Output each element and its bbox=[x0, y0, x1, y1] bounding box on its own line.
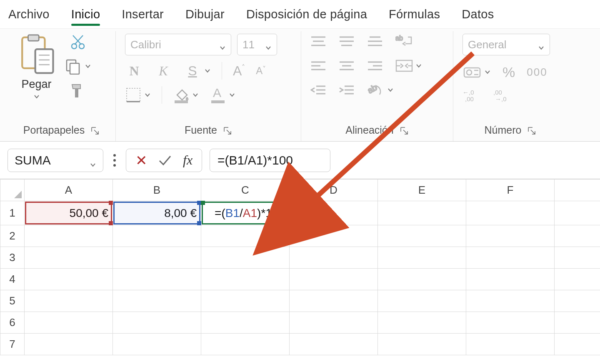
increase-font-button[interactable]: A˄ bbox=[233, 63, 245, 79]
tab-home[interactable]: Inicio bbox=[70, 3, 101, 35]
tab-insert[interactable]: Insertar bbox=[121, 3, 165, 30]
cell[interactable] bbox=[378, 269, 466, 290]
cell-D1[interactable] bbox=[290, 201, 378, 225]
cell[interactable] bbox=[466, 312, 555, 334]
cell-G1[interactable] bbox=[555, 201, 600, 225]
cell[interactable] bbox=[555, 269, 600, 290]
align-center-icon[interactable] bbox=[339, 60, 355, 72]
fill-color-button[interactable] bbox=[173, 87, 199, 103]
cell[interactable] bbox=[113, 269, 201, 290]
cell[interactable] bbox=[290, 290, 378, 312]
align-top-icon[interactable] bbox=[310, 35, 326, 48]
cell[interactable] bbox=[113, 247, 201, 269]
cell[interactable] bbox=[201, 247, 290, 269]
chevron-down-icon[interactable] bbox=[33, 93, 40, 100]
cell[interactable] bbox=[466, 334, 555, 355]
cell[interactable] bbox=[290, 334, 378, 355]
format-painter-icon[interactable] bbox=[70, 82, 86, 99]
cell[interactable] bbox=[201, 290, 290, 312]
cell[interactable] bbox=[25, 290, 113, 312]
dialog-launcher-icon[interactable] bbox=[400, 126, 409, 135]
cell[interactable] bbox=[378, 312, 466, 334]
row-header-4[interactable]: 4 bbox=[0, 269, 25, 290]
copy-button[interactable] bbox=[65, 58, 91, 75]
increase-decimal-button[interactable]: ←,0,00 bbox=[462, 89, 482, 104]
cell[interactable] bbox=[290, 312, 378, 334]
cell[interactable] bbox=[201, 225, 290, 247]
merge-cells-button[interactable] bbox=[395, 58, 422, 74]
align-right-icon[interactable] bbox=[367, 60, 383, 72]
cell[interactable] bbox=[290, 269, 378, 290]
accept-formula-button[interactable] bbox=[158, 153, 172, 167]
cut-icon[interactable] bbox=[70, 34, 86, 50]
font-name-dropdown[interactable]: Calibri bbox=[125, 34, 231, 55]
comma-style-button[interactable]: 000 bbox=[527, 66, 547, 79]
percent-button[interactable]: % bbox=[502, 64, 515, 80]
tab-draw[interactable]: Dibujar bbox=[185, 3, 225, 30]
increase-indent-icon[interactable] bbox=[339, 84, 355, 96]
cell[interactable] bbox=[201, 312, 290, 334]
cell[interactable] bbox=[25, 269, 113, 290]
cell-A1[interactable]: 50,00 € bbox=[25, 201, 113, 225]
select-all-corner[interactable] bbox=[0, 180, 25, 201]
cell-B1[interactable]: 8,00 € bbox=[113, 201, 201, 225]
cell[interactable] bbox=[25, 247, 113, 269]
decrease-font-button[interactable]: A˅ bbox=[256, 65, 266, 77]
cell[interactable] bbox=[378, 225, 466, 247]
cell[interactable] bbox=[466, 247, 555, 269]
cell-F1[interactable] bbox=[466, 201, 555, 225]
paste-button[interactable]: Pegar bbox=[17, 34, 56, 100]
row-header-6[interactable]: 6 bbox=[0, 312, 25, 334]
row-header-2[interactable]: 2 bbox=[0, 225, 25, 247]
row-header-7[interactable]: 7 bbox=[0, 334, 25, 355]
cell[interactable] bbox=[555, 334, 600, 355]
cell[interactable] bbox=[25, 334, 113, 355]
cell[interactable] bbox=[113, 312, 201, 334]
dialog-launcher-icon[interactable] bbox=[223, 126, 232, 135]
underline-button[interactable]: S bbox=[183, 63, 211, 79]
orientation-button[interactable]: ab bbox=[367, 82, 394, 98]
cell[interactable] bbox=[290, 247, 378, 269]
name-box[interactable]: SUMA bbox=[8, 149, 103, 172]
decrease-indent-icon[interactable] bbox=[310, 84, 326, 96]
cell[interactable] bbox=[466, 290, 555, 312]
cell[interactable] bbox=[25, 312, 113, 334]
cell[interactable] bbox=[466, 225, 555, 247]
bold-button[interactable]: N bbox=[125, 63, 143, 79]
tab-formulas[interactable]: Fórmulas bbox=[388, 3, 441, 30]
tab-data[interactable]: Datos bbox=[461, 3, 495, 30]
dialog-launcher-icon[interactable] bbox=[527, 126, 536, 135]
cell[interactable] bbox=[201, 334, 290, 355]
align-left-icon[interactable] bbox=[310, 60, 326, 72]
cell[interactable] bbox=[113, 334, 201, 355]
formula-input[interactable]: =(B1/A1)*100 bbox=[210, 149, 330, 172]
col-header-E[interactable]: E bbox=[378, 180, 466, 201]
col-header-D[interactable]: D bbox=[290, 180, 378, 201]
cell-E1[interactable] bbox=[378, 201, 466, 225]
row-header-1[interactable]: 1 bbox=[0, 201, 25, 225]
tab-page-layout[interactable]: Disposición de página bbox=[245, 3, 368, 30]
cell[interactable] bbox=[555, 247, 600, 269]
col-header-extra[interactable] bbox=[555, 180, 600, 201]
cell[interactable] bbox=[466, 269, 555, 290]
cell[interactable] bbox=[378, 290, 466, 312]
cell[interactable] bbox=[555, 225, 600, 247]
number-format-dropdown[interactable]: General bbox=[462, 34, 550, 55]
italic-button[interactable]: K bbox=[154, 63, 172, 79]
align-bottom-icon[interactable] bbox=[367, 35, 383, 48]
dialog-launcher-icon[interactable] bbox=[90, 126, 100, 135]
cell[interactable] bbox=[290, 225, 378, 247]
decrease-decimal-button[interactable]: ,00→,0 bbox=[493, 89, 512, 104]
cell[interactable] bbox=[25, 225, 113, 247]
cell[interactable] bbox=[555, 312, 600, 334]
fx-icon[interactable]: fx bbox=[183, 152, 192, 168]
tab-file[interactable]: Archivo bbox=[8, 3, 50, 30]
accounting-format-button[interactable] bbox=[462, 64, 491, 80]
chevron-down-icon[interactable] bbox=[85, 63, 91, 70]
cell-C1[interactable]: =(B1/A1)*100 bbox=[201, 201, 290, 225]
font-size-dropdown[interactable]: 11 bbox=[237, 34, 277, 55]
cell[interactable] bbox=[113, 225, 201, 247]
col-header-B[interactable]: B bbox=[113, 180, 201, 201]
resize-handle-icon[interactable] bbox=[111, 154, 118, 167]
cell[interactable] bbox=[113, 290, 201, 312]
